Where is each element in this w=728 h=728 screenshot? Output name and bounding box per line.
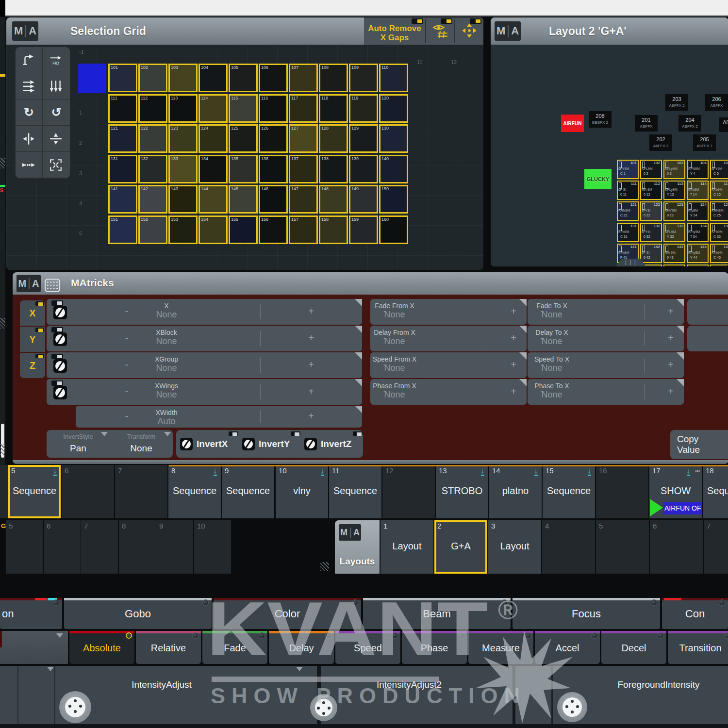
- fixture-cell[interactable]: 119: [349, 94, 378, 123]
- layout-fixture-box[interactable]: 203ASFFX 2: [665, 94, 688, 111]
- ma-logo[interactable]: MA: [12, 21, 38, 41]
- layout-fixture-tile[interactable]: 114KFb9M7 14: [687, 181, 709, 200]
- param-field[interactable]: Delay To XNone: [498, 329, 605, 347]
- ma-logo[interactable]: MA: [495, 21, 521, 41]
- corner-fold[interactable]: [677, 352, 684, 360]
- layout-item-glucky[interactable]: GLUCKY: [584, 169, 612, 189]
- layout-fixture-tile[interactable]: 104KFN9MY 4: [687, 160, 709, 179]
- invert-icon[interactable]: [53, 332, 67, 346]
- fixture-cell[interactable]: 126: [259, 124, 288, 153]
- fixture-cell[interactable]: 147: [289, 185, 318, 214]
- fixture-cell[interactable]: 125: [229, 124, 258, 153]
- sequence-pool-cell[interactable]: 17SHOW↓∞AIRFUN OF: [649, 465, 702, 518]
- fixture-cell[interactable]: 121: [108, 124, 137, 153]
- param-field[interactable]: Delay From XNone: [341, 329, 448, 347]
- layout-fixture-tile[interactable]: 134KFIy9M7 34: [687, 223, 709, 242]
- increment-button[interactable]: +: [668, 386, 674, 397]
- increment-button[interactable]: +: [308, 411, 314, 422]
- fixture-cell[interactable]: 158: [319, 215, 348, 244]
- layout-pool-cell[interactable]: 4: [542, 520, 595, 574]
- layout-fixture-tile[interactable]: 113KFLy9MY 13: [663, 181, 685, 200]
- copy-value-button[interactable]: Copy Value: [670, 430, 728, 459]
- fixture-cell[interactable]: 149: [349, 185, 378, 214]
- selection-grid-titlebar[interactable]: MA Selection Grid Auto Remove X Gaps: [6, 17, 483, 45]
- invert-style-select[interactable]: InvertStylePan: [47, 430, 110, 458]
- layout-canvas[interactable]: 203ASFFX 2206ASFFX208EBSFX 2201ASFFX204A…: [491, 45, 728, 266]
- fixture-cell[interactable]: 142: [138, 185, 167, 214]
- sequence-pool-cell[interactable]: 16: [596, 465, 648, 518]
- invertx-button[interactable]: InvertX: [180, 430, 238, 458]
- layout-fixture-box[interactable]: 204ASFFX 2: [678, 115, 701, 132]
- selection-grid-area[interactable]: -1123451112 1011021031041051061071081091…: [6, 45, 483, 270]
- layout-fixture-tile[interactable]: 155KFN9MC 55: [710, 265, 728, 267]
- fixture-cell[interactable]: 138: [319, 155, 348, 183]
- layout-pool-header[interactable]: MALayouts: [335, 520, 380, 574]
- layout-fixture-tile[interactable]: 101sFY9MC 1: [617, 160, 639, 179]
- pool-cell[interactable]: 8: [119, 520, 156, 574]
- layout-fixture-tile[interactable]: 124KIy8MY 24: [687, 201, 709, 221]
- fixture-cell[interactable]: 146: [259, 185, 288, 214]
- pool-cell[interactable]: 7: [81, 520, 118, 574]
- layout-fixture-tile[interactable]: 111sF SI0 11: [617, 181, 639, 200]
- increment-button[interactable]: +: [308, 359, 314, 370]
- corner-fold[interactable]: [677, 326, 684, 333]
- fixture-cell[interactable]: 117: [289, 94, 318, 123]
- function-button-relative[interactable]: Relative: [136, 631, 201, 664]
- fixture-cell[interactable]: 157: [289, 215, 318, 244]
- layout-item-airfun[interactable]: AIRFUN: [561, 115, 584, 132]
- fixture-cell[interactable]: 111: [108, 94, 137, 123]
- inverty-button[interactable]: InvertY: [242, 430, 300, 458]
- pool-cell[interactable]: 10: [194, 520, 231, 574]
- fixture-cell[interactable]: 156: [259, 215, 288, 244]
- sequence-pool-cell[interactable]: 10vlny↓: [276, 465, 328, 518]
- sequence-pool-cell[interactable]: 18Sequence: [703, 465, 728, 518]
- invert-icon[interactable]: [53, 359, 67, 373]
- fixture-cell[interactable]: 114: [199, 94, 228, 123]
- sequence-pool-cell[interactable]: 15Sequence↓: [543, 465, 595, 518]
- fixture-cell[interactable]: 153: [168, 215, 198, 244]
- fixture-cell[interactable]: 159: [349, 215, 378, 244]
- function-button-accel[interactable]: Accel: [535, 631, 600, 664]
- rotate-cw-button[interactable]: ↻: [16, 99, 43, 126]
- param-field[interactable]: XWidthAuto: [113, 409, 220, 427]
- pool-cell[interactable]: 9: [156, 520, 193, 574]
- function-button-absolute[interactable]: Absolute: [69, 631, 134, 664]
- param-field[interactable]: Phase To XNone: [498, 382, 605, 400]
- layout-fixture-tile[interactable]: 135KFb9MC 35: [710, 223, 728, 242]
- fixture-cell[interactable]: 143: [168, 185, 198, 214]
- fixture-cell[interactable]: 132: [138, 155, 167, 183]
- fixture-cell[interactable]: 115: [229, 94, 258, 123]
- grid-pan-button[interactable]: [455, 17, 483, 45]
- fixture-cell[interactable]: 116: [259, 94, 288, 123]
- fixture-cell[interactable]: 133: [168, 155, 198, 183]
- fixture-cell[interactable]: 129: [349, 124, 378, 153]
- param-field[interactable]: XWingsNone: [113, 382, 220, 400]
- toggle-icon[interactable]: [51, 381, 63, 386]
- layout-fixture-tile[interactable]: 123KHY9M0 23: [663, 201, 685, 221]
- matricks-axis-tab-y[interactable]: Y: [20, 327, 45, 352]
- function-button-decel[interactable]: Decel: [601, 631, 666, 664]
- param-field[interactable]: Phase From XNone: [341, 382, 448, 400]
- function-button-speed[interactable]: Speed: [335, 631, 400, 664]
- sequence-pool-cell[interactable]: 5Sequence↓: [8, 465, 61, 518]
- sequence-pool-cell[interactable]: 12: [382, 465, 435, 518]
- preset-tab-con[interactable]: Con: [662, 598, 728, 629]
- layout-fixture-tile[interactable]: 133KFL9MY 33: [663, 223, 685, 242]
- function-button-transition[interactable]: Transition: [668, 631, 728, 664]
- transform-select[interactable]: TransformNone: [110, 430, 173, 458]
- toggle-icon[interactable]: [51, 327, 63, 332]
- fixture-cell[interactable]: 135: [229, 155, 258, 183]
- preset-tab-color[interactable]: Color: [214, 598, 361, 629]
- layout-fixture-tile[interactable]: 103KFLy9M0 3: [663, 160, 685, 179]
- layout-titlebar[interactable]: MA Layout 2 'G+A': [491, 17, 728, 45]
- fixture-cell[interactable]: 112: [138, 94, 167, 123]
- function-left-panel[interactable]: [0, 631, 68, 664]
- layout-fixture-box[interactable]: 201ASFFX: [635, 115, 658, 132]
- param-field[interactable]: XNone: [113, 302, 220, 320]
- layout-fixture-tile[interactable]: 132sFY5I0 32: [640, 223, 662, 242]
- increment-button[interactable]: +: [668, 359, 674, 370]
- param-field[interactable]: Speed From XNone: [341, 355, 448, 373]
- fixture-cell[interactable]: 123: [168, 124, 198, 153]
- matricks-axis-tab-x[interactable]: X: [20, 300, 45, 326]
- fixture-cell[interactable]: 136: [259, 155, 288, 183]
